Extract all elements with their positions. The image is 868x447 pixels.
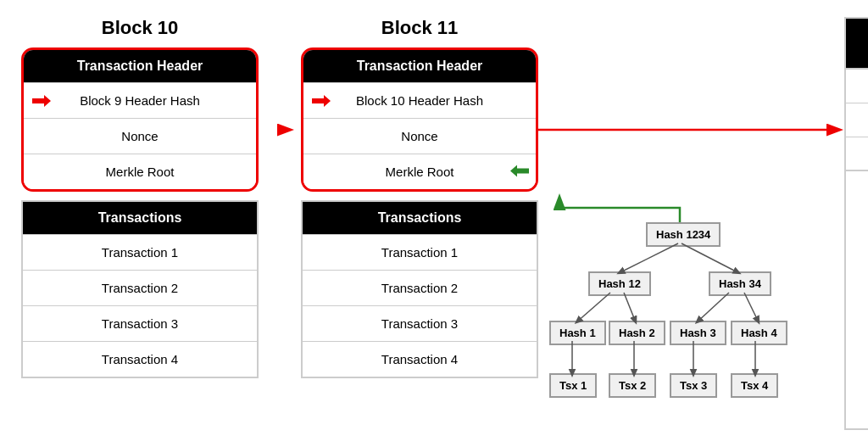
block-11-tx3: Transaction 3 xyxy=(303,305,537,341)
block-10-tx3: Transaction 3 xyxy=(23,305,257,341)
block-10-prev-hash-row: Block 9 Header Hash xyxy=(24,82,256,118)
block-11-tx1: Transaction 1 xyxy=(303,234,537,270)
block-10-transactions-label: Transactions xyxy=(23,202,257,234)
block-10-tx2: Transaction 2 xyxy=(23,270,257,305)
block-11-title: Block 11 xyxy=(288,17,551,39)
block-10-tx4: Transaction 4 xyxy=(23,341,257,377)
block-11-prev-hash-arrow-icon xyxy=(312,94,331,108)
block-10-merkle-row: Merkle Root xyxy=(24,154,256,189)
block-11-nonce-row: Nonce xyxy=(303,118,536,154)
svg-marker-2 xyxy=(510,165,529,176)
block-10-header-label: Transaction Header xyxy=(24,50,256,82)
block-11-transactions-box: Transactions Transaction 1 Transaction 2… xyxy=(301,200,538,378)
block-11-column: Block 11 Transaction Header Block 10 Hea… xyxy=(288,17,551,378)
block-11-header-box: Transaction Header Block 10 Header Hash … xyxy=(301,47,538,192)
block-11-prev-hash-row: Block 10 Header Hash xyxy=(303,82,536,118)
main-container: Block 10 Transaction Header Block 9 Head… xyxy=(0,0,868,447)
block-10-column: Block 10 Transaction Header Block 9 Head… xyxy=(8,17,271,378)
block-11-header-label: Transaction Header xyxy=(303,50,536,82)
block-10-title: Block 10 xyxy=(8,17,271,39)
block-11-merkle-row: Merkle Root xyxy=(303,154,536,189)
block-11-prev-hash: Block 10 Header Hash xyxy=(356,93,483,108)
svg-marker-0 xyxy=(32,95,51,107)
block-11-nonce: Nonce xyxy=(401,129,437,143)
block-10-nonce-row: Nonce xyxy=(24,118,256,154)
block-11-merkle: Merkle Root xyxy=(386,165,454,179)
block-11-transactions-label: Transactions xyxy=(303,202,537,234)
block-11-tx4: Transaction 4 xyxy=(303,341,537,377)
merkle-green-arrow-icon xyxy=(510,164,529,180)
block-11-tx2: Transaction 2 xyxy=(303,270,537,305)
prev-hash-arrow-icon xyxy=(32,94,51,108)
block-10-header-box: Transaction Header Block 9 Header Hash N… xyxy=(21,47,259,192)
block-10-transactions-box: Transactions Transaction 1 Transaction 2… xyxy=(21,200,259,378)
block-10-merkle: Merkle Root xyxy=(106,165,175,179)
block-10-nonce: Nonce xyxy=(121,129,158,143)
block-10-tx1: Transaction 1 xyxy=(23,234,257,270)
block-10-prev-hash: Block 9 Header Hash xyxy=(80,93,200,108)
svg-marker-1 xyxy=(312,95,331,107)
